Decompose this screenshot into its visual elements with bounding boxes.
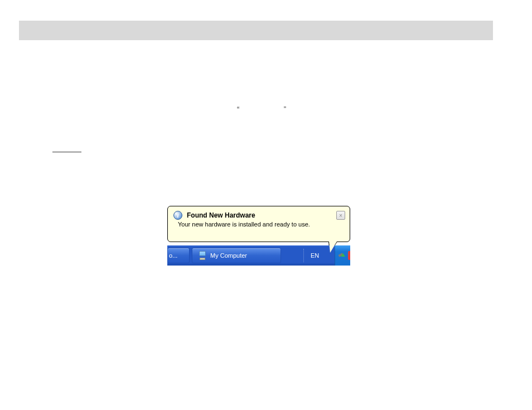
close-button[interactable]: × — [336, 211, 345, 220]
header-bar — [19, 21, 493, 40]
balloon-tail-inner — [329, 242, 337, 253]
taskbar: o... My Computer EN — [167, 245, 350, 266]
system-tray — [335, 245, 350, 266]
quote-left: “ — [237, 105, 239, 113]
safely-remove-hardware-icon[interactable] — [338, 251, 347, 260]
notification-balloon: i Found New Hardware × Your new hardware… — [167, 206, 350, 242]
balloon-message: Your new hardware is installed and ready… — [168, 221, 350, 232]
language-indicator[interactable]: EN — [304, 252, 326, 259]
computer-icon — [198, 251, 207, 260]
tray-edge-icon — [348, 251, 350, 260]
balloon-title: Found New Hardware — [187, 211, 255, 219]
found-new-hardware-screenshot: i Found New Hardware × Your new hardware… — [167, 206, 350, 266]
taskbar-item-partial-label: o... — [169, 252, 177, 259]
taskbar-item-my-computer[interactable]: My Computer — [192, 248, 281, 263]
quote-right: ” — [284, 105, 286, 113]
taskbar-item-partial[interactable]: o... — [167, 248, 190, 263]
quoted-text: “ ” — [237, 105, 286, 113]
balloon-header: i Found New Hardware × — [168, 206, 350, 221]
underline-text — [52, 152, 81, 152]
taskbar-item-label: My Computer — [210, 252, 247, 259]
close-icon: × — [339, 213, 342, 219]
info-icon: i — [173, 211, 182, 220]
